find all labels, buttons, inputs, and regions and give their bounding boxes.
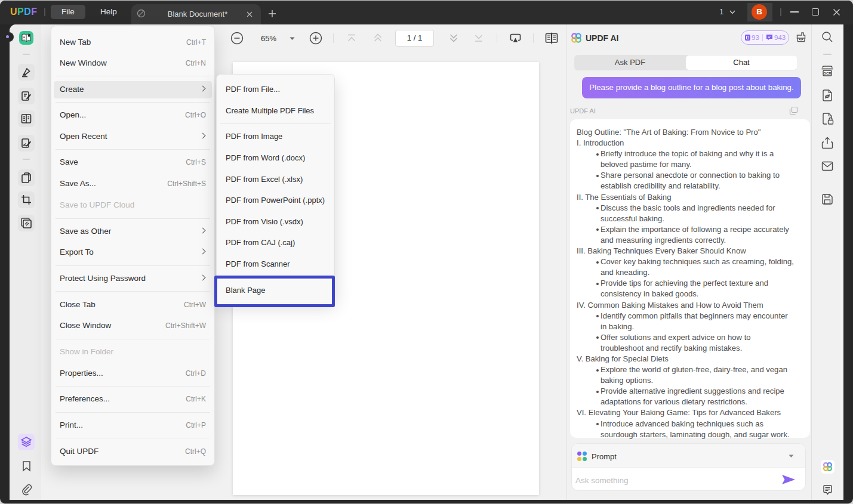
svg-text:OCR: OCR	[823, 72, 832, 75]
